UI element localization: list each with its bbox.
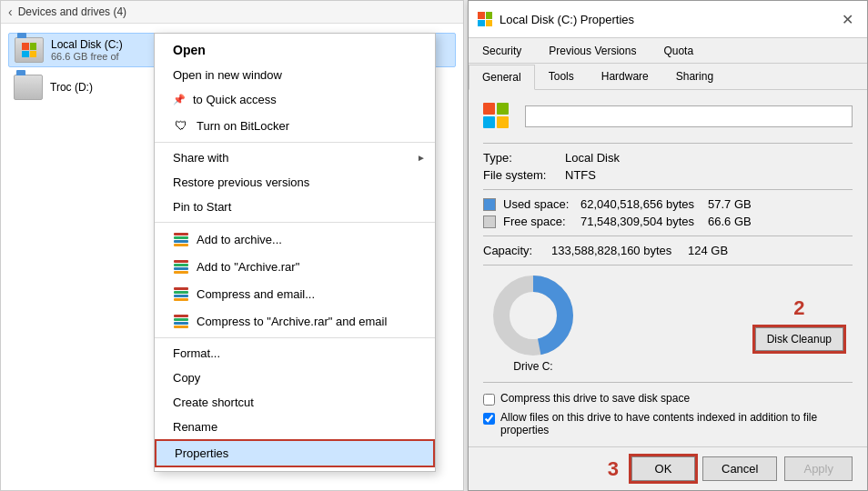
used-gb: 57.7 GB [708, 197, 752, 211]
donut-chart [492, 275, 574, 356]
tab-tools[interactable]: Tools [535, 64, 588, 90]
drive-c-info: Local Disk (C:) 66.6 GB free of [51, 38, 123, 62]
properties-dialog: Local Disk (C:) Properties ✕ Security Pr… [468, 0, 868, 491]
prop-drive-icon [483, 103, 516, 130]
used-space-row: Used space: 62,040,518,656 bytes 57.7 GB [483, 197, 853, 211]
index-checkbox[interactable] [483, 413, 495, 425]
type-label: Type: [483, 151, 565, 165]
checkbox-area: Compress this drive to save disk space A… [483, 392, 853, 436]
ctx-add-archive[interactable]: Add to archive... [155, 225, 435, 253]
index-label: Allow files on this drive to have conten… [500, 411, 853, 436]
drive-d-name: Troc (D:) [50, 81, 93, 94]
back-arrow-icon[interactable]: ‹ [8, 5, 13, 19]
ctx-sep-2 [155, 222, 435, 223]
filesystem-label: File system: [483, 168, 565, 182]
divider-2 [483, 189, 853, 190]
archive-icon-2 [173, 258, 189, 275]
free-gb: 66.6 GB [708, 215, 752, 228]
index-row: Allow files on this drive to have conten… [483, 411, 853, 436]
ctx-add-archive-rar[interactable]: Add to "Archive.rar" [155, 253, 435, 280]
archive-icon-4 [173, 313, 189, 329]
explorer-title: Devices and drives (4) [18, 5, 126, 18]
drive-label: Drive C: [513, 360, 552, 373]
archive-icon-3 [173, 286, 189, 302]
filesystem-row: File system: NTFS [483, 168, 853, 182]
disk-cleanup-button[interactable]: Disk Cleanup [755, 327, 843, 351]
dialog-footer: 3 OK Cancel Apply [469, 446, 867, 490]
drive-name-input[interactable] [525, 105, 853, 127]
used-bytes: 62,040,518,656 bytes [580, 197, 708, 211]
step-3-label: 3 [608, 457, 619, 481]
ctx-pin-start[interactable]: Pin to Start [155, 195, 435, 219]
chart-area: Drive C: 2 Disk Cleanup [483, 275, 853, 373]
ctx-bitlocker[interactable]: 🛡 Turn on BitLocker [155, 112, 435, 139]
type-value: Local Disk [565, 151, 620, 165]
ctx-rename[interactable]: Rename [155, 415, 435, 439]
explorer-header: ‹ Devices and drives (4) [1, 1, 463, 24]
donut-container: Drive C: [492, 275, 574, 373]
used-label: Used space: [503, 197, 580, 211]
free-space-row: Free space: 71,548,309,504 bytes 66.6 GB [483, 215, 853, 228]
context-menu: Open Open in new window 📌 to Quick acces… [154, 33, 436, 472]
capacity-row: Capacity: 133,588,828,160 bytes 124 GB [483, 244, 853, 257]
drive-d-icon [14, 75, 43, 100]
filesystem-value: NTFS [565, 168, 596, 182]
tabs-row-2: General Tools Hardware Sharing [469, 64, 867, 90]
used-color-swatch [483, 198, 496, 211]
ctx-properties[interactable]: Properties [155, 439, 435, 467]
drive-c-free: 66.6 GB free of [51, 51, 123, 62]
tabs-row-1: Security Previous Versions Quota [469, 38, 867, 64]
ctx-pin-quick-access[interactable]: 📌 to Quick access [155, 87, 435, 112]
divider-5 [483, 382, 853, 383]
ctx-open[interactable]: Open [155, 37, 435, 63]
disk-cleanup-area: 2 Disk Cleanup [755, 296, 843, 351]
cancel-button[interactable]: Cancel [702, 456, 777, 481]
capacity-gb: 124 GB [688, 244, 728, 257]
free-bytes: 71,548,309,504 bytes [580, 215, 708, 228]
ctx-sep-1 [155, 142, 435, 143]
drive-c-name: Local Disk (C:) [51, 38, 123, 51]
capacity-label: Capacity: [483, 244, 551, 257]
apply-button[interactable]: Apply [784, 456, 853, 481]
ctx-restore-versions[interactable]: Restore previous versions [155, 170, 435, 195]
dialog-title-left: Local Disk (C:) Properties [478, 12, 634, 26]
ctx-share-with[interactable]: Share with ► [155, 145, 435, 170]
compress-row: Compress this drive to save disk space [483, 392, 853, 406]
dialog-win-icon [478, 12, 492, 26]
archive-icon-1 [173, 231, 189, 247]
chevron-right-icon: ► [417, 153, 426, 163]
shield-icon: 🛡 [173, 117, 189, 134]
compress-checkbox[interactable] [483, 394, 495, 406]
dialog-titlebar: Local Disk (C:) Properties ✕ [469, 1, 867, 38]
step-2-label: 2 [793, 296, 804, 320]
tab-quota[interactable]: Quota [650, 38, 707, 64]
tab-general[interactable]: General [469, 65, 535, 90]
ctx-compress-email[interactable]: Compress and email... [155, 280, 435, 307]
divider-3 [483, 235, 853, 236]
dialog-body: Type: Local Disk File system: NTFS Used … [469, 90, 867, 455]
prop-header [483, 103, 853, 130]
ctx-format[interactable]: Format... [155, 341, 435, 366]
ctx-create-shortcut[interactable]: Create shortcut [155, 390, 435, 415]
svg-point-2 [513, 296, 553, 336]
tab-security[interactable]: Security [469, 38, 535, 64]
ctx-sep-3 [155, 337, 435, 338]
ctx-copy[interactable]: Copy [155, 366, 435, 390]
divider-4 [483, 265, 853, 266]
explorer-panel: ‹ Devices and drives (4) Local Disk (C:)… [0, 0, 464, 491]
capacity-bytes: 133,588,828,160 bytes [551, 244, 688, 257]
ok-button[interactable]: OK [631, 456, 695, 481]
tab-hardware[interactable]: Hardware [588, 64, 662, 90]
ctx-open-new-window[interactable]: Open in new window [155, 63, 435, 87]
tab-sharing[interactable]: Sharing [662, 64, 727, 90]
tab-previous-versions[interactable]: Previous Versions [535, 38, 650, 64]
ctx-compress-archive-email[interactable]: Compress to "Archive.rar" and email [155, 307, 435, 335]
divider-1 [483, 143, 853, 144]
dialog-title-text: Local Disk (C:) Properties [500, 13, 634, 26]
type-row: Type: Local Disk [483, 151, 853, 165]
free-label: Free space: [503, 215, 580, 228]
drive-c-icon [15, 37, 44, 63]
compress-label: Compress this drive to save disk space [500, 392, 690, 405]
drive-d-info: Troc (D:) [50, 81, 93, 94]
close-button[interactable]: ✕ [836, 8, 858, 30]
